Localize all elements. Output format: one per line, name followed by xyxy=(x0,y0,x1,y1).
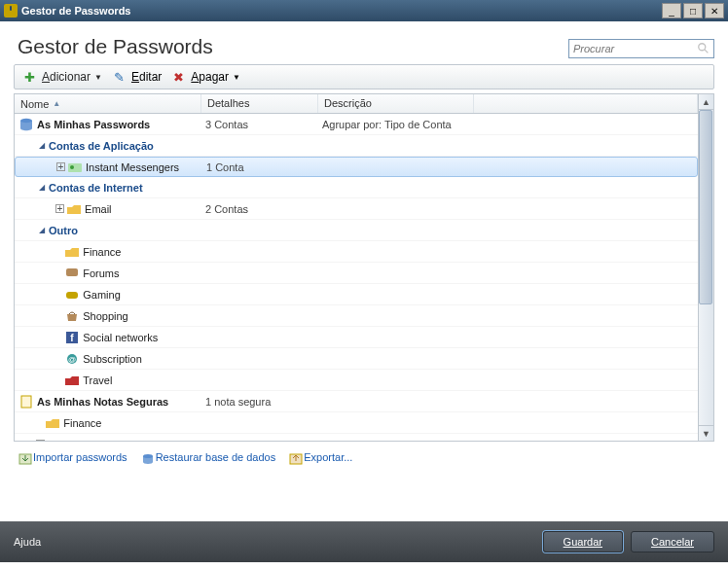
vertical-scrollbar[interactable]: ▲ ▼ xyxy=(698,94,713,441)
svg-line-1 xyxy=(705,50,709,53)
tree-item-instant-messengers[interactable]: + Instant Messengers 1 Conta xyxy=(15,157,698,177)
import-link[interactable]: Importar passwords xyxy=(33,451,127,463)
svg-rect-6 xyxy=(66,292,78,299)
tree-list: Nome▲ Detalhes Descrição As Minhas Passw… xyxy=(14,93,714,442)
scroll-up-icon[interactable]: ▲ xyxy=(699,94,713,110)
window-title: Gestor de Passwords xyxy=(21,5,131,17)
search-input[interactable] xyxy=(568,39,714,58)
facebook-icon: f xyxy=(64,331,80,344)
close-button[interactable]: ✕ xyxy=(705,3,724,18)
note-icon xyxy=(18,395,34,409)
tree-item-subscription[interactable]: @ Subscription xyxy=(15,348,698,370)
tree-item-finance[interactable]: Finance xyxy=(15,241,698,263)
scroll-thumb[interactable] xyxy=(699,110,712,304)
tree-category-other[interactable]: ◢Outro xyxy=(15,220,698,241)
folder-icon xyxy=(64,245,80,259)
add-button[interactable]: Adicionar▼ xyxy=(18,68,108,86)
delete-button[interactable]: Apagar▼ xyxy=(167,68,246,86)
expand-icon[interactable]: + xyxy=(36,440,45,441)
restore-icon xyxy=(140,452,154,466)
folder-icon xyxy=(45,416,60,430)
pencil-icon xyxy=(114,70,127,84)
search-icon xyxy=(697,42,710,55)
folder-icon xyxy=(64,309,80,323)
expand-icon[interactable]: + xyxy=(56,162,65,171)
tree-item-gaming[interactable]: Gaming xyxy=(15,284,698,305)
expand-icon[interactable]: + xyxy=(55,204,64,213)
folder-icon: @ xyxy=(64,352,80,366)
tree-root-notes[interactable]: As Minhas Notas Seguras 1 nota segura xyxy=(15,391,698,412)
column-headers: Nome▲ Detalhes Descrição xyxy=(15,94,698,114)
export-icon xyxy=(288,452,302,466)
cancel-button[interactable]: Cancelar xyxy=(631,531,714,552)
col-name-header[interactable]: Nome▲ xyxy=(15,94,201,113)
export-link[interactable]: Exportar... xyxy=(304,451,352,463)
tree-item-shopping[interactable]: Shopping xyxy=(15,305,698,327)
x-icon xyxy=(173,70,187,84)
tree-root-passwords[interactable]: As Minhas Passwords 3 Contas Agrupar por… xyxy=(15,114,698,135)
folder-icon xyxy=(64,288,80,302)
folder-icon xyxy=(64,267,80,280)
bottom-links: Importar passwords Restaurar base de dad… xyxy=(14,442,714,476)
titlebar: Gestor de Passwords _ □ ✕ xyxy=(0,0,728,21)
collapse-icon[interactable]: ◢ xyxy=(36,140,47,151)
restore-link[interactable]: Restaurar base de dados xyxy=(156,451,276,463)
tree-category-internet[interactable]: ◢Contas de Internet xyxy=(15,177,698,198)
toolbar: Adicionar▼ Editar Apagar▼ xyxy=(14,64,714,89)
svg-point-4 xyxy=(70,165,74,169)
svg-text:@: @ xyxy=(68,355,76,364)
maximize-button[interactable]: □ xyxy=(683,3,703,18)
folder-icon xyxy=(67,160,83,174)
collapse-icon[interactable]: ◢ xyxy=(36,182,47,193)
collapse-icon[interactable]: ◢ xyxy=(36,225,47,235)
tree-item-email[interactable]: + Email 2 Contas xyxy=(15,198,698,220)
svg-point-0 xyxy=(699,44,706,51)
svg-rect-11 xyxy=(21,396,31,408)
edit-button[interactable]: Editar xyxy=(108,68,167,86)
tree-item-social[interactable]: f Social networks xyxy=(15,327,698,348)
footer: Ajuda Guardar Cancelar xyxy=(0,521,728,562)
svg-rect-5 xyxy=(66,268,78,276)
tree-item-notes-ids[interactable]: + IDs1 nota segura xyxy=(15,434,698,441)
tree-item-notes-finance[interactable]: Finance xyxy=(15,412,698,434)
folder-icon xyxy=(66,202,82,216)
chevron-down-icon: ▼ xyxy=(94,73,102,82)
app-icon xyxy=(4,4,18,18)
sort-asc-icon: ▲ xyxy=(53,99,60,108)
col-description-header[interactable]: Descrição xyxy=(318,94,474,113)
tree-item-travel[interactable]: Travel xyxy=(15,370,698,391)
minimize-button[interactable]: _ xyxy=(662,3,681,18)
import-icon xyxy=(18,452,31,466)
scroll-down-icon[interactable]: ▼ xyxy=(699,425,713,441)
tree-category-app[interactable]: ◢Contas de Aplicação xyxy=(15,135,698,157)
col-details-header[interactable]: Detalhes xyxy=(201,94,318,113)
help-link[interactable]: Ajuda xyxy=(14,536,41,548)
plus-icon xyxy=(24,70,38,84)
save-button[interactable]: Guardar xyxy=(543,531,623,552)
chevron-down-icon: ▼ xyxy=(233,73,240,82)
database-icon xyxy=(18,118,34,131)
tree-item-forums[interactable]: Forums xyxy=(15,263,698,284)
folder-icon xyxy=(64,374,80,387)
